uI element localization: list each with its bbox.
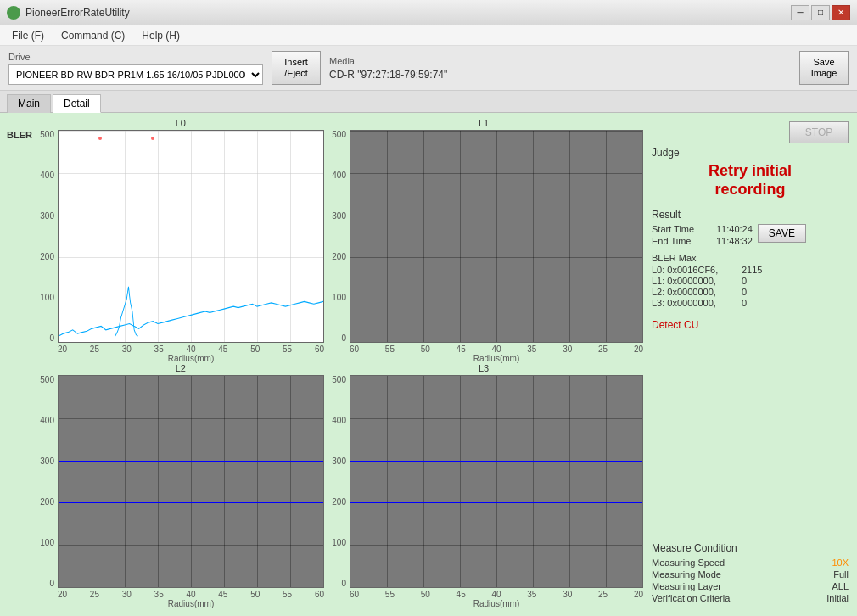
drive-group: Drive PIONEER BD-RW BDR-PR1M 1.65 16/10/… [8,52,263,85]
window-controls: ─ □ ✕ [791,5,850,20]
drive-label: Drive [8,52,263,62]
bler-l2-row: L2: 0x0000000, 0 [652,287,849,297]
tab-detail[interactable]: Detail [53,94,101,113]
bler-axis-label: BLER [7,130,32,140]
bler-l3-row: L3: 0x0000000, 0 [652,298,849,308]
stop-button[interactable]: STOP [789,121,849,143]
save-image-button[interactable]: Save Image [799,51,849,85]
chart-l3-label: L3 [479,363,489,373]
result-section: Result Start Time 11:40:24 End Time 11:4… [652,209,849,248]
measuring-layer-label: Measuring Layer [652,581,721,591]
judge-title: Judge [652,147,680,159]
measure-section: Measure Condition Measuring Speed 10X Me… [652,542,849,605]
measuring-layer-value: ALL [832,581,849,591]
measuring-layer-row: Measuring Layer ALL [652,581,849,591]
l3-x-label: Radius(mm) [324,599,643,608]
minimize-button[interactable]: ─ [791,5,809,20]
verification-criteria-value: Initial [826,593,849,603]
title-bar: PioneerErrorRateUtility ─ □ ✕ [0,0,857,25]
l1-x-axis: 60 55 50 45 40 35 30 25 20 [324,343,643,354]
l0-x-label: Radius(mm) [32,354,324,363]
l0-y-axis: 500 400 300 200 100 0 [32,130,58,343]
l1-chart-area [350,130,643,343]
charts-area: BLER L0 500 400 300 200 100 0 [5,118,643,608]
main-content: BLER L0 500 400 300 200 100 0 [0,113,857,613]
bler-l1-row: L1: 0x0000000, 0 [652,276,849,286]
bler-l3-value: 0 [742,298,747,308]
end-time-value: 11:48:32 [716,236,753,246]
chart-l1-label: L1 [479,118,489,128]
judge-section: Judge Retry initial recording [652,147,849,202]
result-title: Result [652,209,849,221]
measure-title: Measure Condition [652,542,849,554]
chart-l0: BLER L0 500 400 300 200 100 0 [5,118,324,363]
chart-l2-label: L2 [176,363,186,373]
end-time-row: End Time 11:48:32 [652,236,753,246]
start-time-value: 11:40:24 [716,224,753,234]
bler-max-title: BLER Max [652,253,849,263]
start-time-row: Start Time 11:40:24 [652,224,753,234]
window-title: PioneerErrorRateUtility [25,7,130,19]
l1-y-axis: 500 400 300 200 100 0 [324,130,350,343]
start-time-label: Start Time [652,224,711,234]
chart-l3: L3 500 400 300 200 100 0 [324,363,643,608]
measuring-mode-label: Measuring Mode [652,569,721,580]
maximize-button[interactable]: □ [811,5,830,20]
measuring-speed-value: 10X [832,557,849,568]
l2-y-axis: 500 400 300 200 100 0 [32,375,58,588]
media-label: Media [329,56,791,66]
bler-l1-key: L1: 0x0000000, [652,276,737,286]
chart-l2: L2 500 400 300 200 100 0 [5,363,324,608]
l0-x-axis: 20 25 30 35 40 45 50 55 60 [32,343,324,354]
verification-criteria-row: Verification Criteria Initial [652,593,849,603]
bler-l3-key: L3: 0x0000000, [652,298,737,308]
drive-select[interactable]: PIONEER BD-RW BDR-PR1M 1.65 16/10/05 PJD… [8,64,263,85]
media-group: Media CD-R "97:27:18-79:59:74" [329,56,791,81]
bler-l2-key: L2: 0x0000000, [652,287,737,297]
l1-x-label: Radius(mm) [324,354,643,363]
verification-criteria-label: Verification Criteria [652,593,730,603]
bler-max-section: BLER Max L0: 0x0016CF6, 2115 L1: 0x00000… [652,253,849,309]
menu-file[interactable]: File (F) [5,28,51,43]
insert-eject-button[interactable]: Insert /Eject [272,51,321,85]
measuring-mode-row: Measuring Mode Full [652,569,849,580]
l2-x-label: Radius(mm) [32,599,324,608]
menu-command[interactable]: Command (C) [54,28,132,43]
bler-l0-row: L0: 0x0016CF6, 2115 [652,265,849,275]
judge-value: Retry initial recording [652,162,849,199]
l3-chart-area [350,375,643,588]
toolbar: Drive PIONEER BD-RW BDR-PR1M 1.65 16/10/… [0,46,857,91]
detect-cu: Detect CU [652,319,849,331]
tab-main[interactable]: Main [7,94,51,113]
judge-line2: recording [714,181,785,198]
chart-l0-label: L0 [176,118,186,128]
tab-bar: Main Detail [0,91,857,113]
l3-y-axis: 500 400 300 200 100 0 [324,375,350,588]
judge-line1: Retry initial [709,162,792,179]
bler-l2-value: 0 [742,287,747,297]
bler-l1-value: 0 [742,276,747,286]
measuring-mode-value: Full [833,569,849,580]
l2-x-axis: 20 25 30 35 40 45 50 55 60 [32,588,324,599]
app-icon [7,6,20,20]
media-value: CD-R "97:27:18-79:59:74" [329,69,791,81]
measuring-speed-label: Measuring Speed [652,557,725,568]
l3-x-axis: 60 55 50 45 40 35 30 25 20 [324,588,643,599]
close-button[interactable]: ✕ [832,5,850,20]
save-button[interactable]: SAVE [758,224,806,243]
measuring-speed-row: Measuring Speed 10X [652,557,849,568]
bler-l0-value: 2115 [742,265,762,275]
l0-chart-area [58,130,324,343]
end-time-label: End Time [652,236,711,246]
menu-bar: File (F) Command (C) Help (H) [0,25,857,46]
l2-chart-area [58,375,324,588]
chart-l1: L1 500 400 300 200 100 0 [324,118,643,363]
menu-help[interactable]: Help (H) [135,28,187,43]
right-panel: STOP Judge Retry initial recording Resul… [648,118,852,608]
bler-l0-key: L0: 0x0016CF6, [652,265,737,275]
